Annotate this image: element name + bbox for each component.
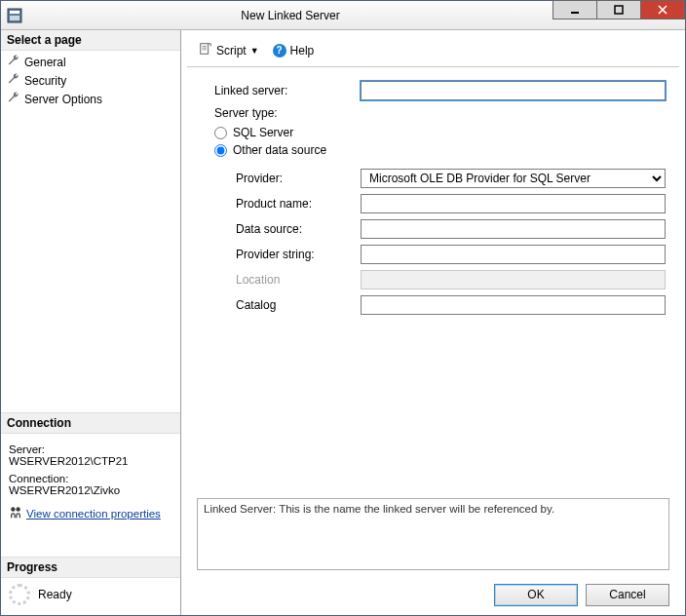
wrench-icon [7,54,20,70]
wrench-icon [7,72,20,89]
nav-general[interactable]: General [1,53,180,71]
svg-rect-4 [615,6,623,14]
provider-select[interactable]: Microsoft OLE DB Provider for SQL Server [361,169,666,188]
server-label: Server: [9,443,172,455]
nav-label: Server Options [24,93,102,106]
server-type-label: Server type: [214,106,361,120]
connection-header: Connection [1,412,180,434]
nav-security[interactable]: Security [1,71,180,90]
select-page-header: Select a page [1,30,180,51]
help-icon: ? [273,44,286,58]
radio-other-data-source[interactable] [214,144,227,157]
content-area: Select a page General Security Server Op… [1,30,685,615]
ok-button[interactable]: OK [494,584,578,606]
chevron-down-icon: ▼ [250,46,259,56]
data-source-input[interactable] [361,219,666,239]
radio-other-label: Other data source [233,143,326,157]
help-label: Help [290,44,315,58]
provider-label: Provider: [214,172,361,185]
main-panel: Script ▼ ? Help Linked server: Server ty… [181,30,685,615]
connection-label: Connection: [9,473,172,484]
view-connection-properties-link[interactable]: View connection properties [9,506,161,521]
location-label: Location [214,273,361,287]
link-text: View connection properties [26,508,161,520]
minimize-button[interactable] [553,0,597,19]
page-nav: General Security Server Options [1,51,180,110]
connection-value: WSERVER2012\Zivko [9,484,172,496]
sidebar: Select a page General Security Server Op… [1,30,181,615]
titlebar: New Linked Server [1,1,685,30]
svg-rect-2 [10,16,19,20]
cancel-button[interactable]: Cancel [586,584,669,606]
catalog-label: Catalog [214,298,361,312]
progress-status-block: Ready [1,578,180,615]
maximize-button[interactable] [596,0,641,19]
connection-info: Server: WSERVER2012\CTP21 Connection: WS… [1,434,180,529]
progress-spinner-icon [9,584,30,605]
svg-point-5 [11,507,15,511]
linked-server-label: Linked server: [214,84,361,97]
location-input [361,270,666,289]
product-name-label: Product name: [214,197,361,211]
script-label: Script [216,44,247,58]
nav-label: Security [24,74,66,88]
script-icon [199,42,212,58]
hint-box: Linked Server: This is the name the link… [197,498,669,570]
svg-rect-1 [10,11,19,14]
help-button[interactable]: ? Help [269,42,319,59]
provider-string-label: Provider string: [214,248,361,261]
dialog-window: New Linked Server Select a page General … [0,0,686,616]
product-name-input[interactable] [361,194,666,213]
radio-sql-label: SQL Server [233,126,293,139]
toolbar: Script ▼ ? Help [187,34,679,67]
wrench-icon [7,91,20,107]
svg-point-6 [16,507,19,511]
radio-sql-server[interactable] [214,127,227,139]
svg-rect-3 [571,12,579,14]
nav-label: General [24,56,66,69]
svg-rect-7 [201,44,209,55]
form-area: Linked server: Server type: SQL Server O… [181,67,685,494]
app-icon [7,8,22,23]
progress-status: Ready [38,588,72,601]
script-button[interactable]: Script ▼ [195,40,263,60]
properties-icon [9,506,22,521]
nav-server-options[interactable]: Server Options [1,90,180,108]
dialog-footer: OK Cancel [181,574,685,615]
window-title: New Linked Server [28,9,553,22]
progress-header: Progress [1,557,180,578]
close-button[interactable] [640,0,685,19]
provider-string-input[interactable] [361,245,666,264]
catalog-input[interactable] [361,295,666,315]
data-source-label: Data source: [214,222,361,236]
server-value: WSERVER2012\CTP21 [9,455,172,467]
linked-server-input[interactable] [361,81,666,100]
